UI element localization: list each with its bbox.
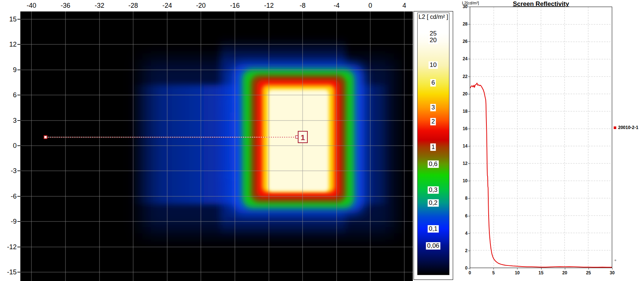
- chart-legend: 20010-2-1: [614, 125, 638, 130]
- heatmap-y-tick-label: 6: [0, 91, 17, 99]
- heatmap-y-tick-label: 3: [0, 117, 17, 125]
- heatmap-y-tick-mark: [17, 44, 20, 45]
- heatmap-rendering: 1: [20, 11, 413, 281]
- heatmap-x-tick-label: -24: [162, 2, 172, 10]
- heatmap-y-tick-label: -6: [0, 193, 17, 200]
- heatmap-y-tick-mark: [17, 70, 20, 70]
- chart-y-tick-label: 4: [459, 231, 468, 236]
- probe-start-point[interactable]: [44, 136, 47, 139]
- colorbar-header: L2 [ cd/m² ]: [414, 14, 453, 20]
- colorbar-scale-value: 10: [429, 61, 438, 69]
- chart-y-tick-mark: [468, 41, 470, 42]
- heatmap-y-tick-mark: [17, 120, 20, 121]
- marker-label: 1: [301, 133, 305, 142]
- chart-x-tick-mark: [612, 268, 613, 270]
- chart-y-tick-mark: [468, 59, 470, 59]
- colorbar-scale-value: 20: [429, 37, 438, 44]
- chart-x-tick-label: 5: [492, 270, 495, 275]
- heatmap-x-tick-label: -8: [300, 2, 306, 10]
- reflectivity-plot-area: [470, 7, 612, 268]
- colorbar-scale-value: 6: [430, 79, 436, 87]
- colorbar-panel: L2 [ cd/m² ] 25201063210,60,30,20,10,06: [414, 11, 453, 280]
- heatmap-y-tick-mark: [17, 247, 20, 247]
- chart-x-tick-mark: [541, 268, 542, 270]
- colorbar-scale-value: 0,2: [428, 199, 439, 207]
- chart-y-tick-label: 12: [459, 161, 468, 166]
- legend-series-label: 20010-2-1: [618, 125, 638, 130]
- x-axis-unit-symbol: °: [614, 258, 616, 264]
- chart-x-tick-mark: [517, 268, 517, 270]
- chart-y-tick-mark: [468, 146, 470, 146]
- heatmap-x-tick-label: -12: [264, 2, 274, 10]
- chart-x-tick-label: 0: [469, 270, 471, 275]
- chart-y-tick-label: 2: [459, 248, 468, 253]
- colorbar-scale-value: 2: [430, 118, 436, 125]
- chart-x-tick-label: 10: [515, 270, 520, 275]
- chart-y-tick-label: 24: [459, 56, 468, 61]
- chart-y-tick-label: 28: [459, 21, 468, 27]
- heatmap-x-tick-label: -28: [128, 2, 138, 10]
- colorbar-scale-value: 3: [430, 104, 436, 111]
- heatmap-y-tick-mark: [17, 272, 20, 272]
- chart-y-tick-label: 8: [459, 196, 468, 201]
- chart-x-tick-mark: [589, 268, 589, 270]
- chart-gridlines: [470, 7, 612, 268]
- chart-x-tick-mark: [470, 268, 470, 270]
- reflectivity-plot-svg: [470, 7, 612, 268]
- chart-x-tick-mark: [565, 268, 565, 270]
- chart-y-tick-mark: [468, 251, 470, 251]
- chart-x-tick-label: 20: [562, 270, 567, 275]
- chart-y-tick-mark: [468, 181, 470, 181]
- chart-y-tick-label: 30: [459, 4, 468, 9]
- chart-x-tick-mark: [493, 268, 494, 270]
- chart-y-tick-mark: [468, 111, 470, 112]
- probe-end-point[interactable]: [296, 136, 298, 138]
- chart-y-tick-label: 0: [459, 265, 468, 271]
- chart-y-tick-mark: [468, 94, 470, 94]
- colorbar-scale-value: 0,3: [428, 186, 439, 194]
- heatmap-y-tick-mark: [17, 95, 20, 95]
- chart-x-tick-label: 15: [539, 270, 543, 275]
- chart-y-tick-mark: [468, 129, 470, 129]
- heatmap-x-tick-label: -20: [196, 2, 206, 10]
- chart-y-tick-mark: [468, 7, 470, 7]
- heatmap-x-tick-label: -4: [334, 2, 340, 10]
- chart-x-tick-label: 25: [586, 270, 591, 275]
- chart-y-tick-label: 14: [459, 143, 468, 149]
- heatmap-y-tick-label: 9: [0, 66, 17, 74]
- heatmap-x-tick-label: -16: [230, 2, 240, 10]
- heatmap-y-tick-label: 0: [0, 142, 17, 150]
- chart-y-tick-mark: [468, 216, 470, 216]
- chart-y-tick-mark: [468, 233, 470, 234]
- heatmap-y-tick-label: 15: [0, 16, 17, 23]
- reflectivity-chart-section: Screen Reflectivity L2[cd/m²] 3028262422…: [459, 0, 644, 281]
- chart-y-tick-mark: [468, 198, 470, 199]
- colorbar-scale-value: 0,6: [428, 160, 439, 168]
- heatmap-y-tick-mark: [17, 196, 20, 197]
- luminance-heatmap-canvas[interactable]: 1: [20, 11, 413, 281]
- colorbar-scale-value: 1: [430, 143, 436, 151]
- colorbar-scale-value: 0,06: [426, 242, 440, 250]
- heatmap-y-tick-label: 12: [0, 41, 17, 48]
- chart-y-tick-label: 18: [459, 109, 468, 114]
- chart-y-tick-mark: [468, 24, 470, 24]
- chart-x-tick-label: 30: [610, 270, 614, 275]
- heatmap-y-tick-mark: [17, 170, 20, 171]
- luminance-analysis-window: 1 -40-36-32-28-24-20-16-12-8-404 1512963…: [0, 0, 644, 281]
- colorbar-scale-value: 25: [429, 30, 438, 37]
- heatmap-y-tick-label: -15: [0, 268, 17, 276]
- heatmap-y-tick-mark: [17, 145, 20, 146]
- chart-y-tick-label: 22: [459, 74, 468, 79]
- measure-marker-1[interactable]: 1: [298, 131, 307, 143]
- heatmap-x-tick-label: -36: [61, 2, 70, 10]
- chart-y-tick-label: 16: [459, 126, 468, 131]
- colorbar-scale-value: 0,1: [428, 225, 439, 233]
- heatmap-y-tick-mark: [17, 19, 20, 20]
- heatmap-y-tick-label: -9: [0, 218, 17, 226]
- heatmap-y-tick-mark: [17, 221, 20, 222]
- legend-series-marker: [614, 126, 616, 129]
- chart-y-tick-label: 26: [459, 39, 468, 44]
- chart-y-tick-mark: [468, 163, 470, 164]
- heatmap-x-tick-label: -40: [27, 2, 36, 10]
- heatmap-x-tick-label: 4: [402, 2, 406, 10]
